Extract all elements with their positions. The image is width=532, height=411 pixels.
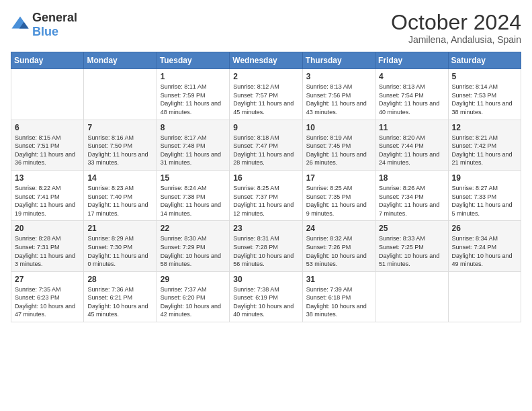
calendar-cell: 22Sunrise: 8:30 AM Sunset: 7:29 PM Dayli… bbox=[157, 221, 229, 271]
day-number: 4 bbox=[379, 72, 444, 81]
calendar-cell: 24Sunrise: 8:32 AM Sunset: 7:26 PM Dayli… bbox=[302, 221, 375, 271]
day-info: Sunrise: 8:17 AM Sunset: 7:48 PM Dayligh… bbox=[161, 134, 226, 167]
calendar-cell: 30Sunrise: 7:38 AM Sunset: 6:19 PM Dayli… bbox=[230, 271, 302, 322]
calendar-week-2: 6Sunrise: 8:15 AM Sunset: 7:51 PM Daylig… bbox=[11, 120, 521, 170]
day-number: 27 bbox=[15, 275, 80, 284]
day-number: 31 bbox=[306, 275, 371, 284]
day-info: Sunrise: 8:23 AM Sunset: 7:40 PM Dayligh… bbox=[87, 184, 152, 218]
day-info: Sunrise: 8:28 AM Sunset: 7:31 PM Dayligh… bbox=[15, 234, 80, 268]
day-info: Sunrise: 8:12 AM Sunset: 7:57 PM Dayligh… bbox=[233, 83, 298, 116]
col-friday: Friday bbox=[375, 52, 448, 69]
logo-blue: Blue bbox=[32, 25, 58, 38]
col-thursday: Thursday bbox=[302, 52, 375, 69]
day-info: Sunrise: 8:21 AM Sunset: 7:42 PM Dayligh… bbox=[452, 134, 517, 167]
calendar-week-5: 27Sunrise: 7:35 AM Sunset: 6:23 PM Dayli… bbox=[11, 271, 521, 322]
location-title: Jamilena, Andalusia, Spain bbox=[391, 34, 521, 45]
month-title: October 2024 bbox=[391, 11, 521, 34]
calendar-week-4: 20Sunrise: 8:28 AM Sunset: 7:31 PM Dayli… bbox=[11, 221, 521, 271]
calendar-cell: 8Sunrise: 8:17 AM Sunset: 7:48 PM Daylig… bbox=[157, 120, 229, 170]
calendar-cell: 15Sunrise: 8:24 AM Sunset: 7:38 PM Dayli… bbox=[157, 170, 229, 220]
day-info: Sunrise: 8:22 AM Sunset: 7:41 PM Dayligh… bbox=[15, 184, 80, 218]
calendar-cell: 6Sunrise: 8:15 AM Sunset: 7:51 PM Daylig… bbox=[11, 120, 84, 170]
calendar-cell: 23Sunrise: 8:31 AM Sunset: 7:28 PM Dayli… bbox=[230, 221, 302, 271]
day-number: 18 bbox=[379, 173, 444, 183]
day-info: Sunrise: 8:11 AM Sunset: 7:59 PM Dayligh… bbox=[161, 83, 226, 116]
calendar-cell: 29Sunrise: 7:37 AM Sunset: 6:20 PM Dayli… bbox=[157, 271, 229, 322]
calendar-cell: 13Sunrise: 8:22 AM Sunset: 7:41 PM Dayli… bbox=[11, 170, 84, 220]
calendar-cell: 7Sunrise: 8:16 AM Sunset: 7:50 PM Daylig… bbox=[84, 120, 157, 170]
page-container: General Blue October 2024 Jamilena, Anda… bbox=[0, 0, 532, 333]
day-number: 3 bbox=[306, 72, 371, 81]
day-number: 29 bbox=[161, 275, 226, 284]
day-info: Sunrise: 8:25 AM Sunset: 7:35 PM Dayligh… bbox=[306, 184, 371, 218]
day-number: 7 bbox=[87, 123, 152, 132]
logo-general: General bbox=[32, 11, 77, 24]
day-number: 10 bbox=[306, 123, 371, 132]
calendar-table: Sunday Monday Tuesday Wednesday Thursday… bbox=[11, 52, 521, 322]
day-number: 15 bbox=[161, 173, 226, 183]
day-number: 25 bbox=[379, 224, 444, 233]
calendar-cell: 26Sunrise: 8:34 AM Sunset: 7:24 PM Dayli… bbox=[448, 221, 521, 271]
day-number: 17 bbox=[306, 173, 371, 183]
calendar-cell: 2Sunrise: 8:12 AM Sunset: 7:57 PM Daylig… bbox=[230, 69, 302, 120]
day-info: Sunrise: 8:32 AM Sunset: 7:26 PM Dayligh… bbox=[306, 234, 371, 268]
day-number: 8 bbox=[161, 123, 226, 132]
day-number: 30 bbox=[233, 275, 298, 284]
day-info: Sunrise: 8:24 AM Sunset: 7:38 PM Dayligh… bbox=[161, 184, 226, 218]
day-info: Sunrise: 8:27 AM Sunset: 7:33 PM Dayligh… bbox=[452, 184, 517, 218]
day-number: 6 bbox=[15, 123, 80, 132]
calendar-cell: 14Sunrise: 8:23 AM Sunset: 7:40 PM Dayli… bbox=[84, 170, 157, 220]
day-number: 2 bbox=[233, 72, 298, 81]
day-info: Sunrise: 8:25 AM Sunset: 7:37 PM Dayligh… bbox=[233, 184, 298, 218]
day-number: 11 bbox=[379, 123, 444, 132]
calendar-cell: 4Sunrise: 8:13 AM Sunset: 7:54 PM Daylig… bbox=[375, 69, 448, 120]
calendar-cell bbox=[375, 271, 448, 322]
day-number: 19 bbox=[452, 173, 517, 183]
col-saturday: Saturday bbox=[448, 52, 521, 69]
calendar-cell: 28Sunrise: 7:36 AM Sunset: 6:21 PM Dayli… bbox=[84, 271, 157, 322]
calendar-cell: 19Sunrise: 8:27 AM Sunset: 7:33 PM Dayli… bbox=[448, 170, 521, 220]
day-info: Sunrise: 7:37 AM Sunset: 6:20 PM Dayligh… bbox=[161, 285, 226, 319]
calendar-cell: 10Sunrise: 8:19 AM Sunset: 7:45 PM Dayli… bbox=[302, 120, 375, 170]
col-sunday: Sunday bbox=[11, 52, 84, 69]
day-info: Sunrise: 7:39 AM Sunset: 6:18 PM Dayligh… bbox=[306, 285, 371, 319]
day-info: Sunrise: 7:35 AM Sunset: 6:23 PM Dayligh… bbox=[15, 285, 80, 319]
day-number: 21 bbox=[87, 224, 152, 233]
day-number: 26 bbox=[452, 224, 517, 233]
calendar-header-row: Sunday Monday Tuesday Wednesday Thursday… bbox=[11, 52, 521, 69]
day-info: Sunrise: 8:13 AM Sunset: 7:54 PM Dayligh… bbox=[379, 83, 444, 116]
title-block: October 2024 Jamilena, Andalusia, Spain bbox=[391, 11, 521, 45]
day-info: Sunrise: 8:30 AM Sunset: 7:29 PM Dayligh… bbox=[161, 234, 226, 268]
day-info: Sunrise: 7:36 AM Sunset: 6:21 PM Dayligh… bbox=[87, 285, 152, 319]
day-number: 9 bbox=[233, 123, 298, 132]
day-number: 14 bbox=[87, 173, 152, 183]
day-info: Sunrise: 8:18 AM Sunset: 7:47 PM Dayligh… bbox=[233, 134, 298, 167]
day-number: 13 bbox=[15, 173, 80, 183]
logo: General Blue bbox=[11, 11, 77, 39]
calendar-cell: 17Sunrise: 8:25 AM Sunset: 7:35 PM Dayli… bbox=[302, 170, 375, 220]
day-number: 5 bbox=[452, 72, 517, 81]
day-number: 22 bbox=[161, 224, 226, 233]
day-number: 12 bbox=[452, 123, 517, 132]
calendar-cell: 16Sunrise: 8:25 AM Sunset: 7:37 PM Dayli… bbox=[230, 170, 302, 220]
day-number: 24 bbox=[306, 224, 371, 233]
logo-icon bbox=[11, 15, 30, 34]
day-info: Sunrise: 8:29 AM Sunset: 7:30 PM Dayligh… bbox=[87, 234, 152, 268]
calendar-week-3: 13Sunrise: 8:22 AM Sunset: 7:41 PM Dayli… bbox=[11, 170, 521, 220]
day-info: Sunrise: 7:38 AM Sunset: 6:19 PM Dayligh… bbox=[233, 285, 298, 319]
logo-text: General Blue bbox=[32, 11, 77, 39]
day-number: 16 bbox=[233, 173, 298, 183]
day-number: 28 bbox=[87, 275, 152, 284]
calendar-cell: 11Sunrise: 8:20 AM Sunset: 7:44 PM Dayli… bbox=[375, 120, 448, 170]
header: General Blue October 2024 Jamilena, Anda… bbox=[11, 11, 521, 45]
calendar-cell: 3Sunrise: 8:13 AM Sunset: 7:56 PM Daylig… bbox=[302, 69, 375, 120]
day-number: 20 bbox=[15, 224, 80, 233]
day-number: 23 bbox=[233, 224, 298, 233]
calendar-cell: 12Sunrise: 8:21 AM Sunset: 7:42 PM Dayli… bbox=[448, 120, 521, 170]
day-number: 1 bbox=[161, 72, 226, 81]
calendar-cell: 21Sunrise: 8:29 AM Sunset: 7:30 PM Dayli… bbox=[84, 221, 157, 271]
day-info: Sunrise: 8:31 AM Sunset: 7:28 PM Dayligh… bbox=[233, 234, 298, 268]
calendar-cell bbox=[84, 69, 157, 120]
day-info: Sunrise: 8:14 AM Sunset: 7:53 PM Dayligh… bbox=[452, 83, 517, 116]
calendar-cell: 18Sunrise: 8:26 AM Sunset: 7:34 PM Dayli… bbox=[375, 170, 448, 220]
